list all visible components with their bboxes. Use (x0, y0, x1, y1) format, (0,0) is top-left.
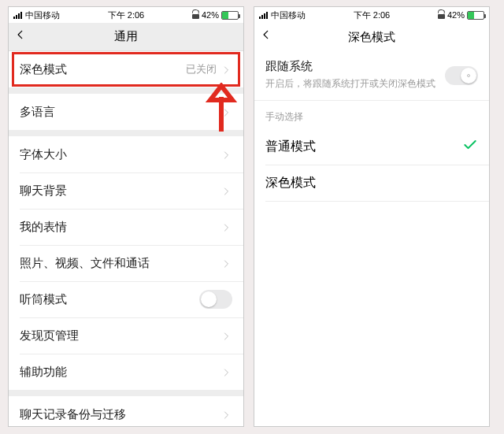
orientation-lock-icon (192, 12, 199, 19)
row-label: 听筒模式 (20, 292, 67, 307)
settings-list: 深色模式 已关闭 多语言 字体大小 聊天背景 我的表情 照片、视频、文件和通话 (9, 51, 243, 426)
row-font-size[interactable]: 字体大小 (9, 136, 243, 172)
option-label: 普通模式 (265, 139, 316, 155)
row-label: 发现页管理 (20, 328, 79, 343)
chevron-right-icon (221, 258, 232, 269)
row-label: 字体大小 (20, 147, 67, 162)
row-dark-mode[interactable]: 深色模式 已关闭 (9, 51, 243, 87)
chevron-left-icon (261, 29, 272, 40)
chevron-right-icon (221, 366, 232, 377)
chevron-right-icon (221, 149, 232, 160)
row-label: 我的表情 (20, 220, 67, 235)
row-label: 聊天记录备份与迁移 (20, 407, 126, 422)
nav-bar: 深色模式 (254, 23, 489, 51)
option-normal-mode[interactable]: 普通模式 (254, 128, 489, 165)
status-bar: 中国移动 下午 2:06 42% (9, 7, 243, 23)
row-label: 深色模式 (20, 62, 67, 77)
row-follow-system[interactable]: 跟随系统 开启后，将跟随系统打开或关闭深色模式 (254, 51, 489, 100)
orientation-lock-icon (438, 12, 445, 19)
section-header-manual: 手动选择 (254, 101, 489, 128)
row-accessibility[interactable]: 辅助功能 (9, 354, 243, 390)
row-label: 照片、视频、文件和通话 (20, 256, 150, 271)
chevron-right-icon (221, 106, 232, 117)
carrier-label: 中国移动 (271, 9, 306, 21)
clock-label: 下午 2:06 (108, 9, 144, 21)
chevron-left-icon (15, 29, 26, 40)
phone-general-settings: 中国移动 下午 2:06 42% 通用 深色模式 已关闭 多语言 (8, 6, 244, 427)
row-language[interactable]: 多语言 (9, 94, 243, 130)
row-earpiece-mode[interactable]: 听筒模式 (9, 281, 243, 317)
battery-icon (467, 11, 484, 20)
row-my-stickers[interactable]: 我的表情 (9, 209, 243, 245)
carrier-label: 中国移动 (25, 9, 60, 21)
battery-pct-label: 42% (447, 10, 465, 20)
dark-mode-content: 跟随系统 开启后，将跟随系统打开或关闭深色模式 手动选择 普通模式 深色模式 (254, 51, 489, 426)
clock-label: 下午 2:06 (354, 9, 390, 21)
back-button[interactable] (261, 29, 276, 45)
row-label: 聊天背景 (20, 184, 67, 198)
row-label: 辅助功能 (20, 365, 67, 380)
nav-bar: 通用 (9, 23, 243, 51)
check-icon (462, 137, 478, 156)
chevron-right-icon (221, 330, 232, 341)
row-discover-management[interactable]: 发现页管理 (9, 317, 243, 354)
battery-pct-label: 42% (202, 10, 219, 20)
chevron-right-icon (221, 64, 232, 75)
back-button[interactable] (15, 29, 31, 45)
follow-system-toggle[interactable] (445, 66, 478, 85)
option-label: 深色模式 (265, 175, 316, 191)
earpiece-toggle[interactable] (199, 290, 232, 309)
phone-dark-mode-settings: 中国移动 下午 2:06 42% 深色模式 跟随系统 开启后，将跟随系统打开或关… (254, 6, 490, 427)
signal-icon (259, 11, 268, 19)
status-bar: 中国移动 下午 2:06 42% (254, 7, 489, 23)
row-chat-background[interactable]: 聊天背景 (9, 172, 243, 209)
page-title: 深色模式 (348, 30, 395, 45)
page-title: 通用 (114, 29, 138, 44)
chevron-right-icon (221, 409, 232, 420)
row-value: 已关闭 (186, 62, 217, 76)
battery-icon (221, 11, 239, 20)
option-dark-mode[interactable]: 深色模式 (254, 165, 489, 201)
chevron-right-icon (221, 221, 232, 232)
row-chat-backup-migrate[interactable]: 聊天记录备份与迁移 (9, 396, 243, 426)
chevron-right-icon (221, 185, 232, 196)
row-label: 多语言 (20, 105, 55, 120)
row-media-files-calls[interactable]: 照片、视频、文件和通话 (9, 245, 243, 281)
signal-icon (13, 11, 22, 19)
